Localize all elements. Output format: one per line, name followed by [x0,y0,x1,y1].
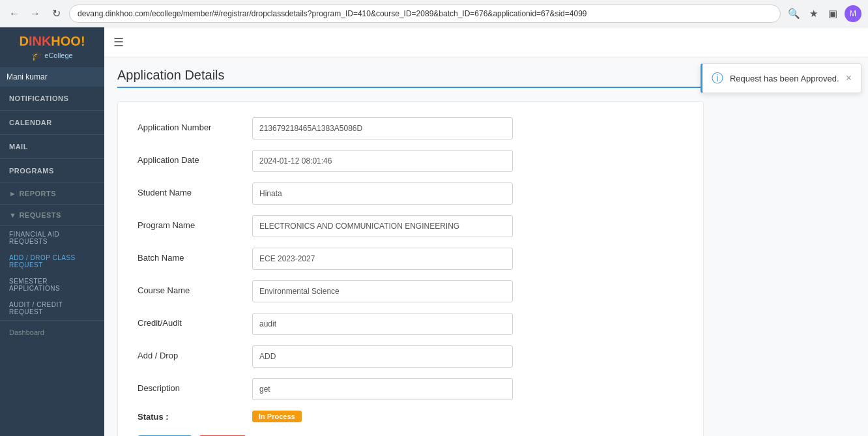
field-program-name: Program Name [137,215,684,237]
sidebar-item-notifications[interactable]: NOTIFICATIONS [0,87,104,111]
logo-text: DINKHOO! [7,34,98,49]
input-course-name[interactable] [252,280,513,302]
sidebar-item-mail[interactable]: MAIL [0,135,104,159]
logo-sub: 🎓 eCollege [7,50,98,61]
address-bar[interactable] [69,5,781,23]
label-batch-name: Batch Name [137,248,242,263]
input-credit-audit[interactable] [252,313,513,335]
form-container: Application Number Application Date Stud… [117,101,704,436]
input-batch-name[interactable] [252,248,513,270]
toast-container: ⓘ Request has been Approved. × [701,63,861,93]
input-program-name[interactable] [252,215,513,237]
sidebar-dashboard[interactable]: Dashboard [0,321,104,344]
field-status: Status : In Process [137,411,684,422]
label-add-drop: Add / Drop [137,345,242,360]
search-icon[interactable]: 🔍 [786,6,802,22]
label-credit-audit: Credit/Audit [137,313,242,328]
sidebar-item-add-drop[interactable]: ADD / DROP CLASS REQUEST [0,250,104,273]
bookmark-icon[interactable]: ★ [805,6,821,22]
field-student-name: Student Name [137,182,684,205]
label-description: Description [137,378,242,393]
input-add-drop[interactable] [252,345,513,368]
field-add-drop: Add / Drop [137,345,684,368]
hamburger-button[interactable]: ☰ [113,35,124,50]
profile-avatar[interactable]: M [845,5,861,22]
field-batch-name: Batch Name [137,248,684,270]
label-course-name: Course Name [137,280,242,295]
info-icon: ⓘ [712,70,723,86]
field-description: Description [137,378,684,400]
top-bar: ☰ [104,27,868,57]
extensions-icon[interactable]: ▣ [825,6,841,22]
sidebar-logo: DINKHOO! 🎓 eCollege [0,27,104,67]
sidebar-item-reports[interactable]: ► REPORTS [0,183,104,205]
toast-message: Request has been Approved. [730,74,839,83]
sidebar: DINKHOO! 🎓 eCollege Mani kumar NOTIFICAT… [0,27,104,436]
label-program-name: Program Name [137,215,242,230]
field-course-name: Course Name [137,280,684,302]
toast-notification: ⓘ Request has been Approved. × [701,63,861,93]
page-body: Application Details Application Number A… [104,57,868,436]
input-application-date[interactable] [252,150,513,172]
input-student-name[interactable] [252,182,513,205]
field-application-number: Application Number [137,117,684,139]
sidebar-item-requests[interactable]: ▼ REQUESTS [0,205,104,226]
sidebar-user: Mani kumar [0,67,104,87]
back-button[interactable]: ← [7,6,22,22]
label-student-name: Student Name [137,182,242,197]
sidebar-item-semester[interactable]: SEMESTER APPLICATIONS [0,273,104,297]
forward-button[interactable]: → [27,6,43,22]
browser-chrome: ← → ↻ 🔍 ★ ▣ M [0,0,868,27]
main-content: ☰ ⓘ Request has been Approved. × Applica… [104,27,868,436]
graduation-icon: 🎓 [31,50,42,61]
reload-button[interactable]: ↻ [48,6,64,22]
label-application-date: Application Date [137,150,242,165]
sidebar-nav: NOTIFICATIONS CALENDAR MAIL PROGRAMS ► R… [0,87,104,436]
sidebar-item-financial-aid[interactable]: FINANCIAL AID REQUESTS [0,226,104,250]
app-container: DINKHOO! 🎓 eCollege Mani kumar NOTIFICAT… [0,27,868,436]
browser-icons: 🔍 ★ ▣ M [786,5,861,22]
input-application-number[interactable] [252,117,513,139]
field-credit-audit: Credit/Audit [137,313,684,335]
status-badge: In Process [252,411,302,422]
toast-close-button[interactable]: × [846,72,852,84]
label-application-number: Application Number [137,117,242,132]
sidebar-item-calendar[interactable]: CALENDAR [0,111,104,135]
sidebar-item-audit-credit[interactable]: AUDIT / CREDIT REQUEST [0,297,104,320]
label-status: Status : [137,412,242,422]
input-description[interactable] [252,378,513,400]
field-application-date: Application Date [137,150,684,172]
sidebar-item-programs[interactable]: PROGRAMS [0,159,104,183]
